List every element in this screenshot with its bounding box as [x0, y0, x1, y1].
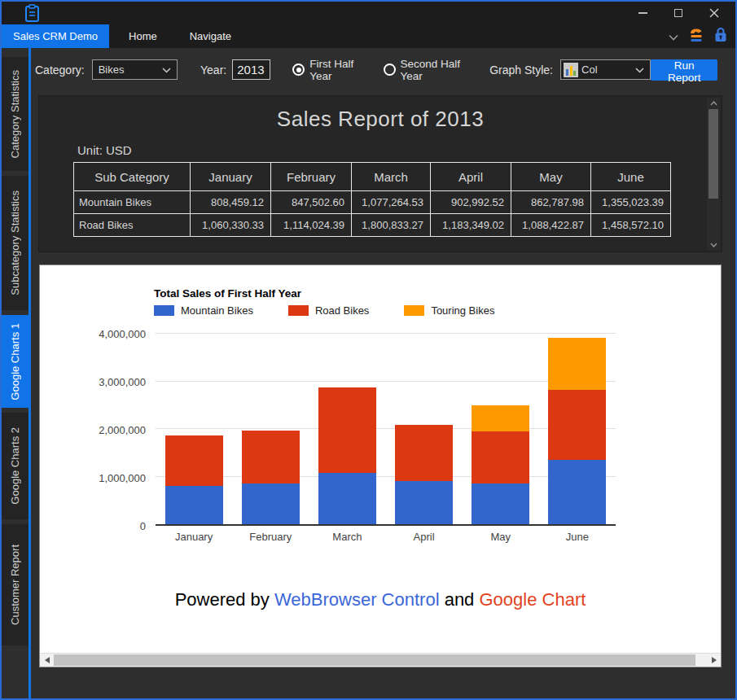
y-axis-labels: 01,000,0002,000,0003,000,0004,000,000: [40, 334, 146, 526]
bar-segment-mountain-bikes[interactable]: [242, 483, 300, 524]
value-cell: 902,992.52: [431, 191, 511, 214]
legend-swatch: [154, 305, 174, 316]
sidebar-item-category-statistics[interactable]: Category Statistics: [2, 57, 29, 171]
syncfusion-logo: [688, 27, 704, 46]
radio-selected-icon: [292, 63, 305, 76]
chevron-down-icon[interactable]: [669, 29, 678, 44]
table-row[interactable]: Mountain Bikes808,459.12847,502.601,077,…: [74, 191, 671, 214]
value-cell: 1,088,422.87: [511, 214, 591, 237]
bar-segment-road-bikes[interactable]: [242, 431, 300, 483]
stacked-bar: [242, 334, 300, 524]
bar-group-february: [232, 334, 309, 524]
column-chart-icon: [564, 63, 578, 77]
year-input[interactable]: [232, 59, 270, 80]
unit-label: Unit: USD: [77, 143, 722, 157]
bar-segment-mountain-bikes[interactable]: [318, 473, 376, 524]
bar-segment-road-bikes[interactable]: [395, 425, 453, 481]
bar-segment-road-bikes[interactable]: [165, 435, 223, 486]
value-cell: 808,459.12: [191, 191, 271, 214]
value-cell: 1,114,024.39: [271, 214, 352, 237]
first-half-radio[interactable]: First Half Year: [292, 58, 364, 82]
column-header: June: [591, 163, 671, 191]
bar-segment-mountain-bikes[interactable]: [395, 481, 453, 524]
sidebar: Category Statistics Subcategory Statisti…: [2, 48, 29, 698]
bar-segment-touring-bikes[interactable]: [548, 338, 606, 390]
bar-segment-mountain-bikes[interactable]: [548, 460, 606, 524]
stacked-bar: [165, 334, 223, 524]
report-panel: Sales Report of 2013 Unit: USD Sub Categ…: [38, 95, 722, 252]
scroll-right-icon[interactable]: [707, 654, 721, 667]
x-tick-label: March: [309, 531, 385, 543]
sales-table: Sub CategoryJanuaryFebruaryMarchAprilMay…: [73, 162, 671, 237]
graph-style-label: Graph Style:: [489, 63, 553, 77]
legend-label: Road Bikes: [315, 304, 369, 317]
menu-item-home[interactable]: Home: [116, 24, 170, 48]
sidebar-item-subcategory-statistics[interactable]: Subcategory Statistics: [2, 176, 29, 310]
stacked-bar: [472, 334, 529, 524]
legend-label: Touring Bikes: [431, 304, 494, 317]
chart-horizontal-scrollbar[interactable]: [40, 653, 721, 667]
window-controls: [625, 2, 732, 24]
menu-item-navigate[interactable]: Navigate: [177, 24, 244, 48]
chart-title: Total Sales of First Half Year: [154, 287, 301, 300]
value-cell: 862,787.98: [511, 191, 591, 214]
y-tick-label: 0: [140, 520, 146, 532]
chart-legend: Mountain BikesRoad BikesTouring Bikes: [154, 304, 529, 317]
legend-item: Road Bikes: [288, 304, 369, 317]
bar-segment-mountain-bikes[interactable]: [165, 486, 223, 524]
bar-group-april: [386, 334, 463, 524]
stacked-bar: [318, 334, 376, 524]
category-label: Category:: [35, 63, 85, 77]
value-cell: 1,060,330.33: [191, 214, 271, 237]
toolbar: Category: Bikes Year: First Half Year Se…: [31, 48, 735, 91]
bar-segment-road-bikes[interactable]: [548, 390, 606, 459]
maximize-button[interactable]: [660, 2, 696, 24]
menu-bar: Sales CRM Demo Home Navigate: [2, 24, 735, 48]
x-tick-label: February: [232, 531, 309, 543]
close-button[interactable]: [696, 2, 732, 24]
value-cell: 1,183,349.02: [431, 214, 511, 237]
scrollbar-thumb[interactable]: [54, 654, 695, 666]
sidebar-item-google-charts-1[interactable]: Google Charts 1: [2, 315, 29, 408]
category-select[interactable]: Bikes: [92, 59, 178, 80]
chart-plot: [156, 334, 616, 526]
sidebar-item-google-charts-2[interactable]: Google Charts 2: [2, 413, 29, 519]
scroll-down-icon[interactable]: [707, 239, 720, 250]
chart-plot-area: 01,000,0002,000,0003,000,0004,000,000: [40, 334, 616, 526]
table-vertical-scrollbar[interactable]: [707, 98, 720, 250]
table-row[interactable]: Road Bikes1,060,330.331,114,024.391,800,…: [74, 214, 671, 237]
graph-style-select[interactable]: Col: [560, 59, 651, 80]
minimize-button[interactable]: [625, 2, 660, 24]
report-title: Sales Report of 2013: [39, 107, 722, 132]
bar-segment-road-bikes[interactable]: [318, 387, 376, 473]
x-tick-label: June: [539, 531, 616, 543]
bar-segment-mountain-bikes[interactable]: [472, 483, 529, 524]
second-half-radio[interactable]: Second Half Year: [384, 58, 469, 82]
value-cell: 847,502.60: [271, 191, 352, 214]
run-report-button[interactable]: Run Report: [651, 59, 717, 81]
menubar-right: [669, 24, 735, 48]
stacked-bar: [395, 334, 453, 524]
scrollbar-thumb[interactable]: [708, 109, 718, 199]
maximize-icon: [674, 9, 682, 17]
sidebar-item-customer-report[interactable]: Customer Report: [2, 524, 29, 645]
app-tab[interactable]: Sales CRM Demo: [2, 24, 109, 48]
column-header: April: [431, 163, 511, 191]
bar-group-march: [309, 334, 385, 524]
bar-group-january: [156, 334, 232, 524]
bar-segment-road-bikes[interactable]: [472, 431, 529, 483]
google-chart-link[interactable]: Google Chart: [479, 589, 586, 610]
bars-container: [156, 334, 616, 524]
scroll-up-icon[interactable]: [707, 98, 720, 108]
chevron-down-icon: [635, 63, 644, 76]
value-cell: 1,458,572.10: [591, 214, 671, 237]
bar-group-may: [463, 334, 539, 524]
legend-item: Touring Bikes: [404, 304, 494, 317]
bar-segment-touring-bikes[interactable]: [472, 405, 529, 431]
chart-panel: Total Sales of First Half Year Mountain …: [39, 265, 722, 667]
title-bar: [2, 2, 735, 24]
x-tick-label: April: [386, 531, 463, 543]
legend-swatch: [288, 305, 309, 316]
webbrowser-control-link[interactable]: WebBrowser Control: [274, 589, 440, 610]
scroll-left-icon[interactable]: [40, 654, 54, 667]
